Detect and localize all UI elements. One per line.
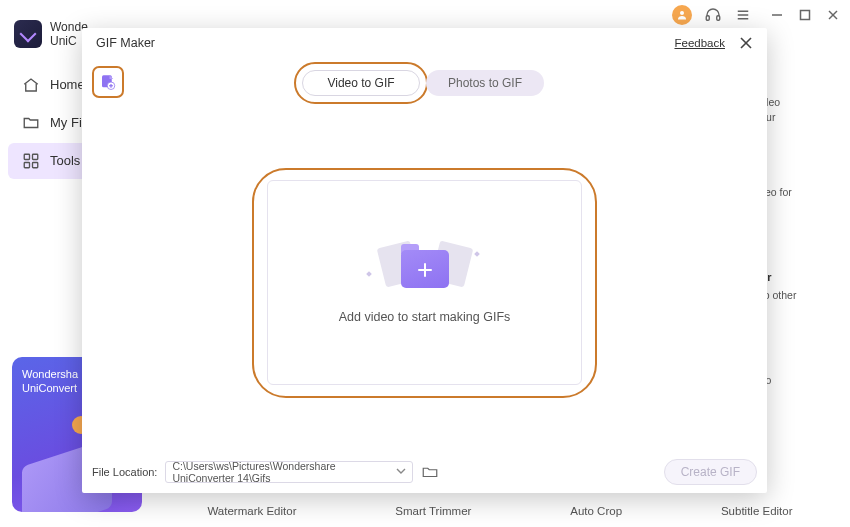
modal-title: GIF Maker — [96, 36, 155, 50]
minimize-button[interactable] — [770, 8, 784, 22]
chevron-down-icon — [396, 466, 406, 478]
close-modal-button[interactable] — [739, 36, 753, 50]
svg-rect-13 — [33, 162, 38, 167]
tool-autocrop[interactable]: Auto Crop — [570, 505, 622, 517]
sidebar-label-files: My Fil — [50, 115, 85, 130]
maximize-button[interactable] — [798, 8, 812, 22]
tool-strip: Watermark Editor Smart Trimmer Auto Crop… — [158, 499, 842, 523]
file-location-select[interactable]: C:\Users\ws\Pictures\Wondershare UniConv… — [165, 461, 413, 483]
svg-point-0 — [680, 11, 684, 15]
tool-subtitle[interactable]: Subtitle Editor — [721, 505, 793, 517]
svg-rect-10 — [24, 154, 29, 159]
dropzone-add-video[interactable]: Add video to start making GIFs — [267, 180, 582, 385]
svg-rect-7 — [801, 11, 810, 20]
menu-icon[interactable] — [734, 6, 752, 24]
create-gif-button[interactable]: Create GIF — [664, 459, 757, 485]
sidebar-label-home: Home — [50, 77, 85, 92]
svg-rect-2 — [717, 16, 720, 21]
dropzone-hint: Add video to start making GIFs — [339, 310, 511, 324]
home-icon — [22, 76, 40, 94]
tools-icon — [22, 152, 40, 170]
svg-rect-12 — [24, 162, 29, 167]
tab-photos-to-gif[interactable]: Photos to GIF — [426, 70, 544, 96]
file-location-value: C:\Users\ws\Pictures\Wondershare UniConv… — [172, 460, 396, 484]
user-avatar[interactable] — [672, 5, 692, 25]
add-file-button[interactable] — [92, 66, 124, 98]
file-location-label: File Location: — [92, 466, 157, 478]
app-logo — [14, 20, 42, 48]
open-folder-button[interactable] — [421, 463, 439, 481]
folder-plus-icon — [395, 242, 455, 288]
tool-watermark[interactable]: Watermark Editor — [207, 505, 296, 517]
folder-icon — [22, 114, 40, 132]
svg-rect-11 — [33, 154, 38, 159]
tool-trimmer[interactable]: Smart Trimmer — [395, 505, 471, 517]
feedback-link[interactable]: Feedback — [674, 37, 725, 49]
tab-video-to-gif[interactable]: Video to GIF — [302, 70, 420, 96]
close-window-button[interactable] — [826, 8, 840, 22]
svg-rect-1 — [706, 16, 709, 21]
sidebar-label-tools: Tools — [50, 153, 80, 168]
gif-maker-modal: GIF Maker Feedback Video to GIF Photos t… — [82, 28, 767, 493]
headset-icon[interactable] — [704, 6, 722, 24]
